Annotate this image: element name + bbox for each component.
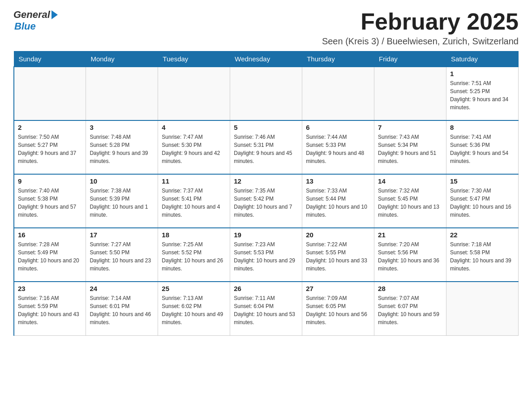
day-info: Sunrise: 7:27 AM [90, 240, 154, 248]
calendar-day: 20Sunrise: 7:22 AMSunset: 5:55 PMDayligh… [302, 228, 374, 282]
title-block: February 2025 Seen (Kreis 3) / Bueelwies… [322, 9, 519, 47]
day-info: Daylight: 10 hours and 59 minutes. [378, 310, 442, 326]
day-info: Sunrise: 7:38 AM [90, 187, 154, 195]
calendar-day: 4Sunrise: 7:47 AMSunset: 5:30 PMDaylight… [158, 120, 230, 174]
day-info: Daylight: 9 hours and 37 minutes. [18, 149, 82, 165]
calendar-week-5: 23Sunrise: 7:16 AMSunset: 5:59 PMDayligh… [14, 282, 519, 335]
logo: General Blue [13, 9, 58, 32]
day-info: Sunrise: 7:50 AM [18, 133, 82, 141]
day-info: Sunset: 5:45 PM [378, 195, 442, 203]
day-info: Sunset: 5:31 PM [234, 141, 298, 149]
day-info: Sunrise: 7:20 AM [378, 240, 442, 248]
calendar-day [374, 67, 446, 120]
day-info: Sunset: 5:28 PM [90, 141, 154, 149]
day-number: 16 [18, 231, 82, 239]
calendar-day [158, 67, 230, 120]
day-info: Sunset: 5:50 PM [90, 248, 154, 257]
day-info: Daylight: 10 hours and 33 minutes. [306, 257, 370, 273]
day-info: Sunrise: 7:51 AM [450, 79, 515, 87]
day-number: 14 [378, 177, 442, 185]
calendar-day: 7Sunrise: 7:43 AMSunset: 5:34 PMDaylight… [374, 120, 446, 174]
day-info: Sunrise: 7:14 AM [90, 294, 154, 302]
day-info: Daylight: 10 hours and 20 minutes. [18, 257, 82, 273]
day-number: 19 [234, 231, 298, 239]
day-info: Daylight: 10 hours and 16 minutes. [450, 203, 515, 219]
day-info: Sunset: 6:07 PM [378, 302, 442, 310]
day-number: 13 [306, 177, 370, 185]
day-info: Daylight: 10 hours and 49 minutes. [162, 310, 226, 326]
day-info: Sunset: 6:04 PM [234, 302, 298, 310]
day-info: Sunrise: 7:16 AM [18, 294, 82, 302]
day-number: 15 [450, 177, 515, 185]
day-number: 1 [450, 70, 515, 77]
day-info: Daylight: 10 hours and 26 minutes. [162, 257, 226, 273]
day-info: Sunrise: 7:09 AM [306, 294, 370, 302]
day-info: Daylight: 9 hours and 39 minutes. [90, 149, 154, 165]
calendar-day [302, 67, 374, 120]
day-info: Sunset: 5:36 PM [450, 141, 515, 149]
day-number: 20 [306, 231, 370, 239]
day-info: Sunset: 5:47 PM [450, 195, 515, 203]
calendar-week-3: 9Sunrise: 7:40 AMSunset: 5:38 PMDaylight… [14, 174, 519, 228]
day-info: Sunset: 5:49 PM [18, 248, 82, 257]
calendar-day [446, 282, 519, 335]
day-number: 18 [162, 231, 226, 239]
day-info: Daylight: 10 hours and 13 minutes. [378, 203, 442, 219]
day-info: Daylight: 10 hours and 43 minutes. [18, 310, 82, 326]
day-info: Sunset: 5:53 PM [234, 248, 298, 257]
day-info: Sunset: 5:59 PM [18, 302, 82, 310]
month-title: February 2025 [322, 9, 519, 34]
day-number: 4 [162, 124, 226, 131]
day-info: Sunrise: 7:11 AM [234, 294, 298, 302]
day-info: Daylight: 10 hours and 4 minutes. [162, 203, 226, 219]
day-number: 23 [18, 285, 82, 292]
day-info: Sunset: 5:39 PM [90, 195, 154, 203]
calendar-day: 14Sunrise: 7:32 AMSunset: 5:45 PMDayligh… [374, 174, 446, 228]
day-info: Sunrise: 7:43 AM [378, 133, 442, 141]
day-number: 3 [90, 124, 154, 131]
day-info: Daylight: 10 hours and 36 minutes. [378, 257, 442, 273]
day-info: Sunrise: 7:35 AM [234, 187, 298, 195]
day-info: Daylight: 9 hours and 48 minutes. [306, 149, 370, 165]
calendar-day: 21Sunrise: 7:20 AMSunset: 5:56 PMDayligh… [374, 228, 446, 282]
day-info: Sunset: 5:27 PM [18, 141, 82, 149]
calendar-day: 6Sunrise: 7:44 AMSunset: 5:33 PMDaylight… [302, 120, 374, 174]
day-info: Daylight: 10 hours and 29 minutes. [234, 257, 298, 273]
day-number: 17 [90, 231, 154, 239]
day-info: Sunset: 5:55 PM [306, 248, 370, 257]
calendar-day: 24Sunrise: 7:14 AMSunset: 6:01 PMDayligh… [86, 282, 158, 335]
day-info: Sunrise: 7:28 AM [18, 240, 82, 248]
calendar-day: 3Sunrise: 7:48 AMSunset: 5:28 PMDaylight… [86, 120, 158, 174]
calendar-day: 16Sunrise: 7:28 AMSunset: 5:49 PMDayligh… [14, 228, 86, 282]
day-info: Daylight: 9 hours and 34 minutes. [450, 95, 515, 111]
day-info: Daylight: 9 hours and 51 minutes. [378, 149, 442, 165]
day-info: Sunrise: 7:22 AM [306, 240, 370, 248]
day-info: Sunset: 5:33 PM [306, 141, 370, 149]
calendar-day: 25Sunrise: 7:13 AMSunset: 6:02 PMDayligh… [158, 282, 230, 335]
calendar-day: 17Sunrise: 7:27 AMSunset: 5:50 PMDayligh… [86, 228, 158, 282]
calendar-day: 10Sunrise: 7:38 AMSunset: 5:39 PMDayligh… [86, 174, 158, 228]
day-number: 5 [234, 124, 298, 131]
day-info: Sunrise: 7:44 AM [306, 133, 370, 141]
day-info: Daylight: 10 hours and 1 minute. [90, 203, 154, 219]
day-info: Sunrise: 7:48 AM [90, 133, 154, 141]
calendar-day: 28Sunrise: 7:07 AMSunset: 6:07 PMDayligh… [374, 282, 446, 335]
calendar-table: SundayMondayTuesdayWednesdayThursdayFrid… [13, 51, 519, 336]
calendar-day: 8Sunrise: 7:41 AMSunset: 5:36 PMDaylight… [446, 120, 519, 174]
logo-arrow-icon [51, 10, 58, 19]
calendar-day [14, 67, 86, 120]
day-number: 10 [90, 177, 154, 185]
calendar-day: 1Sunrise: 7:51 AMSunset: 5:25 PMDaylight… [446, 67, 519, 120]
day-info: Daylight: 10 hours and 7 minutes. [234, 203, 298, 219]
day-info: Sunset: 6:02 PM [162, 302, 226, 310]
day-info: Daylight: 9 hours and 42 minutes. [162, 149, 226, 165]
day-info: Daylight: 10 hours and 39 minutes. [450, 257, 515, 273]
day-number: 28 [378, 285, 442, 292]
calendar-day: 26Sunrise: 7:11 AMSunset: 6:04 PMDayligh… [230, 282, 302, 335]
day-info: Daylight: 10 hours and 10 minutes. [306, 203, 370, 219]
day-info: Sunrise: 7:32 AM [378, 187, 442, 195]
day-info: Daylight: 10 hours and 23 minutes. [90, 257, 154, 273]
day-info: Sunrise: 7:33 AM [306, 187, 370, 195]
day-number: 6 [306, 124, 370, 131]
calendar-week-1: 1Sunrise: 7:51 AMSunset: 5:25 PMDaylight… [14, 67, 519, 120]
